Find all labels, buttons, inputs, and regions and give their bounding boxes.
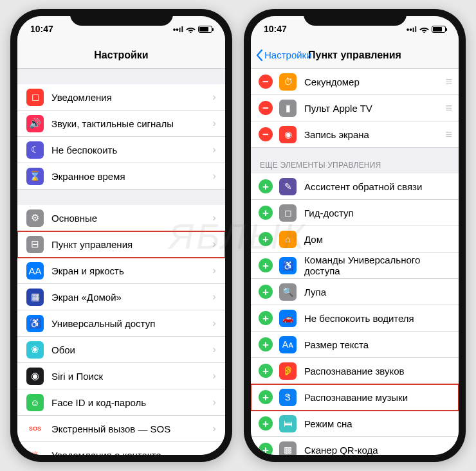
control-row-label: Размер текста [304, 339, 451, 350]
sounds-icon: 🔊 [26, 115, 44, 132]
included-control-row[interactable]: −▮Пульт Apple TV≡ [251, 95, 459, 121]
drag-handle-icon[interactable]: ≡ [445, 128, 451, 141]
settings-row-label: Не беспокоить [51, 145, 212, 156]
more-control-row[interactable]: +▩Сканер QR-кода [251, 437, 459, 455]
control-row-label: Сканер QR-кода [304, 445, 451, 456]
add-button[interactable]: + [259, 311, 273, 325]
add-button[interactable]: + [259, 337, 273, 351]
remote-icon: ▮ [279, 100, 297, 117]
more-control-row[interactable]: +ᏕРаспознавание музыки [251, 384, 459, 411]
settings-row-label: Siri и Поиск [51, 371, 212, 382]
more-control-row[interactable]: +🚗Не беспокоить водителя [251, 305, 459, 332]
magnifier-icon: 🔍 [279, 283, 297, 301]
add-button[interactable]: + [259, 258, 273, 272]
battery-icon [198, 26, 212, 33]
add-button[interactable]: + [259, 390, 273, 404]
screen-left: 10:47 ••ıl Настройки ◻Уведомления›🔊Звуки… [17, 16, 225, 455]
included-control-row[interactable]: −◉Запись экрана≡ [251, 121, 459, 148]
settings-row[interactable]: ✳Уведомления о контакте› [17, 442, 225, 455]
settings-list[interactable]: ◻Уведомления›🔊Звуки, тактильные сигналы›… [17, 69, 225, 455]
wifi-icon [419, 26, 429, 33]
more-control-row[interactable]: +✎Ассистент обратной связи [251, 173, 459, 200]
add-button[interactable]: + [259, 179, 273, 193]
chevron-right-icon: › [212, 211, 216, 224]
accessibility-icon: ♿ [26, 315, 44, 332]
settings-row[interactable]: ◉Siri и Поиск› [17, 363, 225, 389]
chevron-left-icon [256, 49, 263, 61]
remove-button[interactable]: − [259, 127, 273, 141]
chevron-right-icon: › [212, 449, 216, 455]
chevron-right-icon: › [212, 91, 216, 103]
more-control-row[interactable]: +👂Распознавание звуков [251, 358, 459, 384]
control-row-label: Лупа [304, 287, 451, 298]
control-center-icon: ⊟ [26, 236, 44, 253]
stopwatch-icon: ⏱ [279, 73, 297, 91]
control-row-label: Пульт Apple TV [304, 103, 445, 114]
sleep-icon: 🛏 [279, 415, 297, 432]
chevron-right-icon: › [212, 343, 216, 356]
settings-row[interactable]: ☾Не беспокоить› [17, 137, 225, 163]
navbar-left: Настройки [17, 42, 225, 69]
add-button[interactable]: + [259, 285, 273, 299]
home-icon: ▦ [26, 289, 44, 306]
status-time: 10:47 [30, 24, 53, 34]
more-control-row[interactable]: +🛏Режим сна [251, 411, 459, 437]
settings-row[interactable]: ⌛Экранное время› [17, 163, 225, 190]
control-row-label: Ассистент обратной связи [304, 181, 451, 192]
add-button[interactable]: + [259, 364, 273, 378]
control-row-label: Распознавание звуков [304, 366, 451, 377]
settings-row[interactable]: ⚙Основные› [17, 205, 225, 231]
add-button[interactable]: + [259, 232, 273, 246]
display-icon: AA [26, 262, 44, 280]
add-button[interactable]: + [259, 416, 273, 431]
settings-row[interactable]: ▦Экран «Домой»› [17, 284, 225, 310]
drag-handle-icon[interactable]: ≡ [445, 102, 451, 115]
more-control-row[interactable]: +AᴀРазмер текста [251, 332, 459, 358]
section-header-more: ЕЩЕ ЭЛЕМЕНТЫ УПРАВЛЕНИЯ [251, 157, 459, 173]
back-button[interactable]: Настройки [256, 49, 312, 61]
textsize-icon: Aᴀ [279, 336, 297, 353]
remove-button[interactable]: − [259, 101, 273, 115]
dnd-icon: ☾ [26, 141, 44, 159]
control-center-list[interactable]: −⏱Секундомер≡−▮Пульт Apple TV≡−◉Запись э… [251, 69, 459, 455]
notch [304, 9, 407, 26]
control-row-label: Дом [304, 234, 451, 245]
more-control-row[interactable]: +🔍Лупа [251, 279, 459, 305]
notch [70, 9, 173, 26]
settings-row[interactable]: AAЭкран и яркость› [17, 258, 225, 284]
settings-row-label: Экран «Домой» [51, 292, 212, 303]
included-control-row[interactable]: −⏱Секундомер≡ [251, 69, 459, 95]
status-time: 10:47 [264, 24, 287, 34]
chevron-right-icon: › [212, 369, 216, 382]
add-button[interactable]: + [259, 206, 273, 220]
status-indicators: ••ıl [173, 24, 212, 34]
settings-row[interactable]: ❀Обои› [17, 337, 225, 363]
page-title: Настройки [94, 49, 148, 61]
chevron-right-icon: › [212, 238, 216, 251]
notifications-icon: ◻ [26, 89, 44, 106]
navbar-right: Настройки Пункт управления [251, 42, 459, 69]
settings-row[interactable]: ◻Уведомления› [17, 84, 225, 111]
settings-row[interactable]: SOSЭкстренный вызов — SOS› [17, 416, 225, 442]
signal-icon: ••ıl [173, 24, 183, 34]
settings-row[interactable]: ☺Face ID и код-пароль› [17, 389, 225, 416]
qr-icon: ▩ [279, 441, 297, 456]
more-control-row[interactable]: +◻Гид-доступ [251, 200, 459, 226]
more-control-row[interactable]: +♿Команды Универсального доступа [251, 253, 459, 279]
more-control-row[interactable]: +⌂Дом [251, 226, 459, 253]
remove-button[interactable]: − [259, 75, 273, 89]
settings-row-label: Экстренный вызов — SOS [51, 423, 212, 434]
settings-row[interactable]: ♿Универсальный доступ› [17, 310, 225, 337]
settings-row-label: Основные [51, 213, 212, 224]
control-row-label: Секундомер [304, 76, 445, 87]
drag-handle-icon[interactable]: ≡ [445, 75, 451, 89]
chevron-right-icon: › [212, 117, 216, 130]
settings-row[interactable]: ⊟Пункт управления› [17, 231, 225, 258]
settings-row[interactable]: 🔊Звуки, тактильные сигналы› [17, 111, 225, 137]
chevron-right-icon: › [212, 422, 216, 435]
homekit-icon: ⌂ [279, 231, 297, 248]
add-button[interactable]: + [259, 443, 273, 455]
chevron-right-icon: › [212, 170, 216, 182]
status-indicators: ••ıl [407, 24, 446, 34]
chevron-right-icon: › [212, 290, 216, 303]
